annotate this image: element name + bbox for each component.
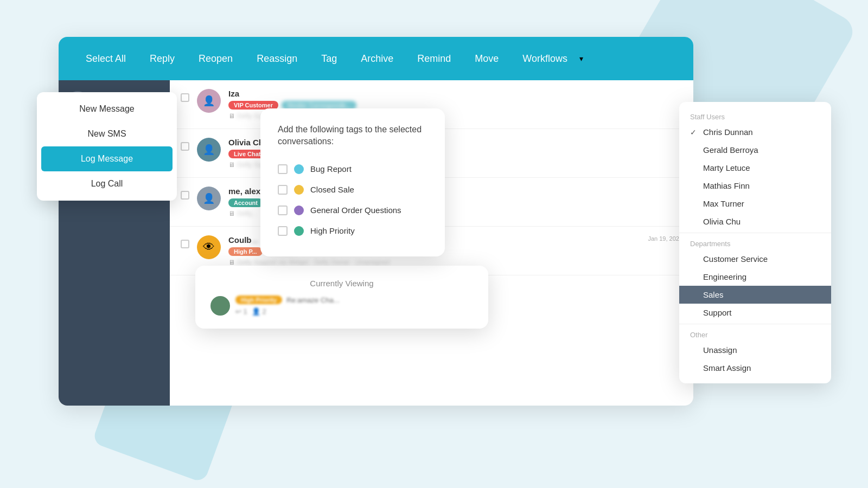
toolbar: Select All Reply Reopen Reassign Tag Arc… [59,37,693,80]
move-button[interactable]: Move [465,49,508,69]
new-message-popup: New Message New SMS Log Message Log Call [37,92,177,201]
tag-row-general-order: General Order Questions [278,200,427,221]
conv-checkbox-3[interactable] [181,191,189,200]
assign-name-smart: Smart Assign [703,363,751,373]
assign-divider-1 [679,233,831,233]
assign-olivia-chu[interactable]: Olivia Chu [679,213,831,230]
conv-name-1: Iza [228,89,682,98]
conv-avatar-3: 👤 [197,187,221,210]
assign-max-turner[interactable]: Max Turner [679,195,831,213]
tag-checkbox-closed-sale[interactable] [278,185,288,195]
assign-popup: Staff Users ✓ Chris Dunnan Gerald Berroy… [679,102,831,383]
tag-label-closed-sale: Closed Sale [310,185,354,194]
staff-users-label: Staff Users [679,108,831,123]
conv-source-text-4: Defly Support via Widget · Defly Owner ·… [237,259,390,266]
assign-sales[interactable]: Sales [679,286,831,304]
conv-avatar-4: 👁 [197,235,221,259]
tag-dot-closed-sale [294,185,304,195]
assign-checkmark-chris: ✓ [690,128,699,137]
tags-popup-title: Add the following tags to the selected c… [278,124,427,148]
assign-mathias-finn[interactable]: Mathias Finn [679,177,831,195]
conv-source-icon-4: 🖥 [228,259,235,266]
conv-checkbox-1[interactable] [181,93,189,102]
tag-checkbox-bug-report[interactable] [278,164,288,174]
assign-name-olivia: Olivia Chu [703,217,741,226]
tag-row-high-priority: High Priority [278,221,427,241]
viewing-user-icon: 👤 2 [252,307,266,316]
conv-tag-account: Account [228,198,263,207]
viewing-icons: ↩ 1 👤 2 [235,307,473,316]
assign-name-cs: Customer Service [703,254,768,264]
departments-label: Departments [679,235,831,250]
tag-label-bug-report: Bug Report [310,164,352,174]
tag-dot-bug-report [294,164,304,174]
assign-name-unassign: Unassign [703,345,737,355]
assign-gerald-berroya[interactable]: Gerald Berroya [679,141,831,159]
viewing-row: High Priority Re:amaze Cha... ↩ 1 👤 2 [210,296,473,316]
tag-dot-high-priority [294,226,304,236]
new-sms-item[interactable]: New SMS [37,121,177,146]
currently-viewing-title: Currently Viewing [210,279,473,288]
workflows-chevron-icon: ▾ [579,54,583,63]
viewing-content: High Priority Re:amaze Cha... ↩ 1 👤 2 [235,296,473,316]
assign-name-marty: Marty Letuce [703,163,750,172]
tags-popup: Add the following tags to the selected c… [260,108,445,256]
new-message-item[interactable]: New Message [37,97,177,121]
log-message-item[interactable]: Log Message [41,146,173,171]
assign-name-eng: Engineering [703,272,746,281]
select-all-button[interactable]: Select All [76,49,136,69]
reassign-button[interactable]: Reassign [247,49,307,69]
conv-checkbox-4[interactable] [181,240,189,248]
conv-avatar-1: 👤 [197,89,221,113]
assign-support[interactable]: Support [679,304,831,322]
assign-name-gerald: Gerald Berroya [703,145,758,155]
assign-name-support: Support [703,308,732,317]
assign-name-chris: Chris Dunnan [703,127,753,137]
conv-meta-4: 🖥 Defly Support via Widget · Defly Owner… [228,259,640,266]
assign-unassign[interactable]: Unassign [679,341,831,359]
conv-source-icon-1: 🖥 [228,112,235,120]
assign-customer-service[interactable]: Customer Service [679,250,831,268]
tag-label-high-priority: High Priority [310,226,355,235]
assign-divider-2 [679,324,831,324]
assign-chris-dunnan[interactable]: ✓ Chris Dunnan [679,123,831,141]
conv-source-text-3: Defly... [237,210,257,217]
conv-source-icon-2: 🖥 [228,161,235,169]
viewing-text: Re:amaze Cha... [286,296,340,304]
tag-checkbox-high-priority[interactable] [278,226,288,236]
currently-viewing-popup: Currently Viewing High Priority Re:amaze… [195,266,488,329]
tag-button[interactable]: Tag [311,49,347,69]
assign-name-sales: Sales [703,290,724,299]
conv-checkbox-2[interactable] [181,142,189,151]
tag-row-closed-sale: Closed Sale [278,179,427,200]
tag-row-bug-report: Bug Report [278,159,427,179]
assign-name-mathias: Mathias Finn [703,181,750,190]
viewing-reply-icon: ↩ 1 [235,307,247,316]
viewing-avatar [210,296,230,316]
assign-engineering[interactable]: Engineering [679,268,831,286]
conv-tag-high: High P... [228,247,263,256]
workflows-button[interactable]: Workflows [513,49,577,69]
viewing-tag: High Priority [235,296,282,304]
conv-source-icon-3: 🖥 [228,210,235,217]
log-call-item[interactable]: Log Call [37,171,177,196]
tag-checkbox-general-order[interactable] [278,206,288,215]
conv-avatar-2: 👤 [197,138,221,162]
assign-marty-letuce[interactable]: Marty Letuce [679,159,831,177]
conv-date-4: Jan 19, 2020 [648,235,682,242]
workflows-dropdown[interactable]: Workflows ▾ [513,49,583,69]
tag-label-general-order: General Order Questions [310,206,401,215]
reopen-button[interactable]: Reopen [189,49,242,69]
reply-button[interactable]: Reply [140,49,184,69]
assign-smart-assign[interactable]: Smart Assign [679,359,831,377]
assign-name-max: Max Turner [703,199,744,208]
other-label: Other [679,326,831,341]
tag-dot-general-order [294,206,304,215]
archive-button[interactable]: Archive [351,49,403,69]
remind-button[interactable]: Remind [407,49,461,69]
